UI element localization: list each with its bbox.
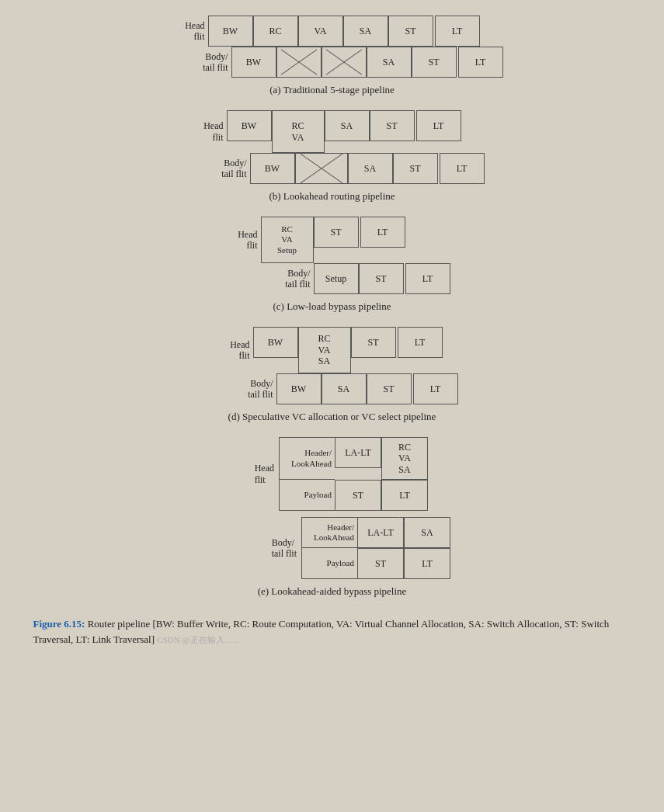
cell-d-b4: LT [413, 373, 458, 404]
cell-b-b1: BW [250, 153, 295, 184]
label-c: (c) Low-load bypass pipeline [273, 300, 391, 313]
cell-e-b1-lalt: LA-LT [357, 517, 404, 548]
head-sub-row2-e: Payload ST LT [279, 480, 428, 511]
label-b: (b) Lookahead routing pipeline [269, 190, 395, 203]
cell-c-b1: Setup [314, 263, 359, 294]
cell-e-h4-lt: LT [381, 480, 428, 511]
cell-a-b4: SA [367, 47, 412, 78]
head-row-c: Headflit RCVASetup ST LT [214, 217, 450, 263]
cell-a-b3-bubble: Bubble [322, 47, 367, 78]
header-lookahead-label-e: Header/LookAhead [279, 437, 335, 480]
body-header-lookahead-label-e: Header/LookAhead [301, 517, 357, 548]
cell-b-h4: ST [370, 110, 415, 141]
cell-e-b2-sa: SA [404, 517, 450, 548]
cell-c-h2: ST [314, 217, 359, 248]
cell-e-h3-st: ST [335, 480, 381, 511]
cell-a-h3: VA [298, 16, 343, 47]
cell-e-b3-st: ST [357, 548, 404, 579]
cell-a-b1: BW [231, 47, 276, 78]
cell-d-h3: ST [351, 327, 396, 358]
payload-label-e: Payload [279, 480, 335, 511]
cell-a-h5: ST [388, 16, 433, 47]
cell-b-h1: BW [227, 110, 272, 141]
body-label-a: Body/tail flit [185, 47, 231, 78]
cell-e-h2-rcvasa: RCVASA [381, 437, 428, 480]
cell-e-b4-lt: LT [404, 548, 450, 579]
head-label-d: Headflit [207, 327, 253, 373]
head-sub-row1-e: Header/LookAhead LA-LT RCVASA [279, 437, 428, 480]
cell-a-h4: SA [343, 16, 388, 47]
main-container: Headflit BW RC VA SA ST LT Body/tail fli… [16, 16, 648, 647]
cell-a-h1: BW [208, 16, 253, 47]
body-subrows-e: Header/LookAhead LA-LT SA Payload ST LT [301, 517, 450, 579]
body-label-d: Body/tail flit [230, 373, 276, 404]
body-label-e: Body/tail flit [259, 517, 301, 579]
body-label-c: Body/tail flit [267, 263, 314, 294]
cell-a-b5: ST [412, 47, 457, 78]
cell-d-b2: SA [322, 373, 367, 404]
rows-a: Headflit BW RC VA SA ST LT Body/tail fli… [162, 16, 503, 78]
body-sub-row1-e: Header/LookAhead LA-LT SA [301, 517, 450, 548]
section-e: Headflit Header/LookAhead LA-LT RCVASA P… [214, 437, 450, 598]
figure-caption: Figure 6.15: Router pipeline [BW: Buffer… [26, 616, 639, 647]
head-label-e: Headflit [236, 437, 279, 511]
head-row-d: Headflit BW RCVASA ST LT [207, 327, 458, 373]
label-d: (d) Speculative VC allocation or VC sele… [228, 411, 436, 423]
cell-b-b4: ST [393, 153, 438, 184]
body-row-a: Body/tail flit BW Bubble Bubble SA ST LT [185, 47, 503, 78]
cell-c-b2: ST [359, 263, 404, 294]
head-label-b: Headflit [180, 110, 227, 153]
cell-a-b6: LT [458, 47, 503, 78]
figure-title: Figure 6.15: [33, 618, 85, 630]
section-c: Headflit RCVASetup ST LT Body/tail flit … [214, 217, 450, 313]
cell-b-h2: RCVA [272, 110, 325, 153]
head-label-a: Headflit [162, 16, 208, 47]
rows-c: Headflit RCVASetup ST LT Body/tail flit … [214, 217, 450, 294]
rows-d: Headflit BW RCVASA ST LT Body/tail flit … [207, 327, 458, 404]
cell-a-h2: RC [253, 16, 298, 47]
label-e: (e) Lookahead-aided bypass pipeline [258, 585, 407, 598]
cell-c-h3: LT [360, 217, 405, 248]
head-subrows-e: Header/LookAhead LA-LT RCVASA Payload ST… [279, 437, 428, 511]
cell-a-b2-bubble: Bubble [276, 47, 322, 78]
cell-b-h3: SA [325, 110, 370, 141]
cell-b-h5: LT [416, 110, 461, 141]
cell-a-h6: LT [435, 16, 480, 47]
body-row-b: Body/tail flit BW Bubble SA ST LT [203, 153, 485, 184]
rows-b: Headflit BW RCVA SA ST LT Body/tail flit… [180, 110, 485, 184]
body-payload-label-e: Payload [301, 548, 357, 579]
section-b: Headflit BW RCVA SA ST LT Body/tail flit… [180, 110, 485, 203]
head-label-c: Headflit [214, 217, 261, 263]
cell-d-h1: BW [253, 327, 298, 358]
cell-c-b3: LT [405, 263, 450, 294]
cell-d-h4: LT [398, 327, 443, 358]
head-row-b: Headflit BW RCVA SA ST LT [180, 110, 485, 153]
body-row-c: Body/tail flit Setup ST LT [267, 263, 450, 294]
body-sub-row2-e: Payload ST LT [301, 548, 450, 579]
cell-b-b2-bubble: Bubble [295, 153, 348, 184]
cell-d-b3: ST [367, 373, 412, 404]
cell-e-h1-la: LA-LT [335, 437, 381, 468]
cell-b-b5: LT [440, 153, 485, 184]
cell-c-h1: RCVASetup [261, 217, 314, 263]
head-row-a: Headflit BW RC VA SA ST LT [162, 16, 503, 47]
watermark: CSDN @正在输入…… [157, 635, 241, 644]
section-d: Headflit BW RCVASA ST LT Body/tail flit … [207, 327, 458, 423]
section-a: Headflit BW RC VA SA ST LT Body/tail fli… [162, 16, 503, 96]
body-label-b: Body/tail flit [203, 153, 250, 184]
cell-d-h2: RCVASA [298, 327, 351, 373]
figure-text: Router pipeline [BW: Buffer Write, RC: R… [33, 618, 610, 645]
label-a: (a) Traditional 5-stage pipeline [269, 84, 395, 96]
body-row-d: Body/tail flit BW SA ST LT [230, 373, 458, 404]
cell-b-b3: SA [348, 153, 393, 184]
cell-d-b1: BW [276, 373, 322, 404]
